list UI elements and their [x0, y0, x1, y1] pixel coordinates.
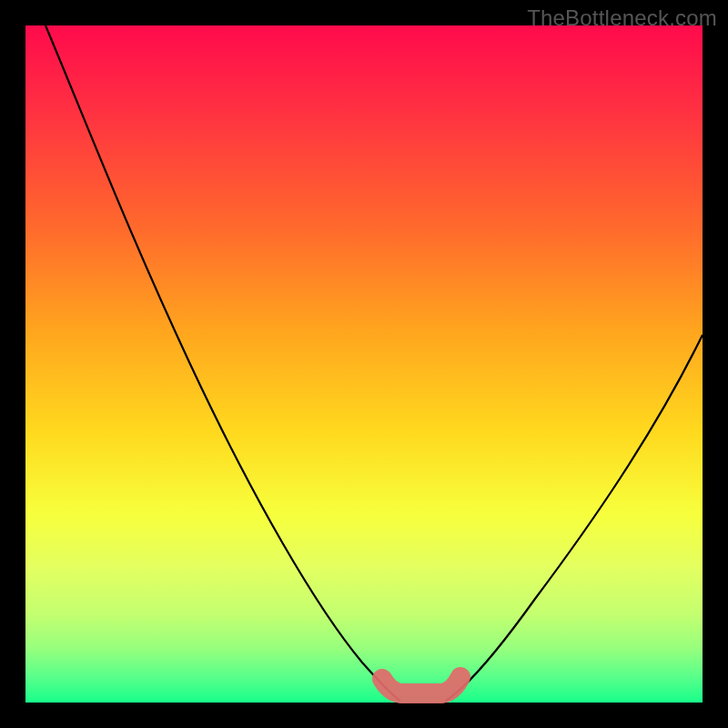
curve-left-branch	[46, 25, 400, 701]
curve-right-branch	[446, 335, 703, 701]
chart-frame: TheBottleneck.com	[0, 0, 728, 728]
valley-highlight	[382, 677, 460, 693]
curves-layer	[25, 25, 703, 703]
plot-area	[25, 25, 703, 703]
